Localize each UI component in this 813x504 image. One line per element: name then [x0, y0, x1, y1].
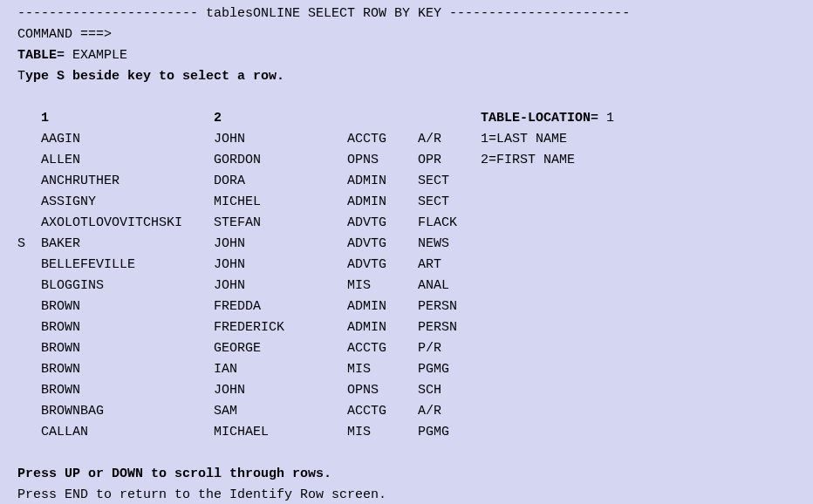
table-row[interactable]: CALLANMICHAELMISPGMG	[17, 422, 796, 443]
cell-role: FLACK	[418, 213, 481, 234]
cell-dept: OPNS	[347, 150, 418, 171]
cell-last-name: ANCHRUTHER	[41, 171, 214, 192]
row-select-input[interactable]	[17, 129, 41, 150]
row-select-input[interactable]	[17, 276, 41, 296]
table-value: EXAMPLE	[65, 48, 127, 63]
cell-first-name: JOHN	[214, 129, 347, 150]
cell-first-name: JOHN	[214, 234, 347, 255]
row-select-input[interactable]	[17, 422, 41, 443]
cell-first-name: JOHN	[214, 255, 347, 276]
cell-role: ANAL	[418, 276, 481, 296]
column-header-row: 1 2 TABLE-LOCATION= 1	[17, 108, 796, 129]
screen-title: ----------------------- tablesONLINE SEL…	[17, 3, 796, 24]
table-row[interactable]: ANCHRUTHERDORAADMINSECT	[17, 171, 796, 192]
legend-text	[481, 192, 796, 213]
cell-dept: ADVTG	[347, 234, 418, 255]
cell-role: P/R	[418, 338, 481, 359]
cell-first-name: STEFAN	[214, 213, 347, 234]
table-row[interactable]: BROWNIANMISPGMG	[17, 359, 796, 380]
cell-last-name: ASSIGNY	[41, 192, 214, 213]
table-location-label: TABLE-LOCATION=	[481, 111, 598, 126]
table-location-value: 1	[598, 111, 614, 126]
cell-role: PGMG	[418, 422, 481, 443]
cell-role: OPR	[418, 150, 481, 171]
legend-text	[481, 171, 796, 192]
cell-first-name: SAM	[214, 401, 347, 422]
cell-first-name: IAN	[214, 359, 347, 380]
cell-last-name: BROWN	[41, 296, 214, 317]
row-select-input[interactable]	[17, 317, 41, 338]
table-row[interactable]: AXOLOTLOVOVITCHSKISTEFANADVTGFLACK	[17, 213, 796, 234]
table-row[interactable]: BELLEFEVILLEJOHNADVTGART	[17, 255, 796, 276]
table-row[interactable]: BROWNFREDERICKADMINPERSN	[17, 317, 796, 338]
legend-text	[481, 234, 796, 255]
table-row[interactable]: BLOGGINSJOHNMISANAL	[17, 276, 796, 296]
cell-dept: OPNS	[347, 380, 418, 401]
cell-last-name: BROWNBAG	[41, 401, 214, 422]
row-select-input[interactable]	[17, 359, 41, 380]
cell-role: ART	[418, 255, 481, 276]
table-row[interactable]: BROWNFREDDAADMINPERSN	[17, 296, 796, 317]
legend-text	[481, 401, 796, 422]
cell-last-name: BROWN	[41, 359, 214, 380]
table-line: TABLE= EXAMPLE	[17, 45, 796, 66]
table-row[interactable]: BROWNGEORGEACCTGP/R	[17, 338, 796, 359]
cell-last-name: AAGIN	[41, 129, 214, 150]
cell-last-name: BROWN	[41, 317, 214, 338]
cell-first-name: GORDON	[214, 150, 347, 171]
cell-dept: ADMIN	[347, 317, 418, 338]
row-select-input[interactable]	[17, 296, 41, 317]
row-select-input[interactable]	[17, 338, 41, 359]
cell-dept: ADVTG	[347, 255, 418, 276]
cell-last-name: BAKER	[41, 234, 214, 255]
table-row[interactable]: S BAKERJOHNADVTGNEWS	[17, 234, 796, 255]
row-select-input[interactable]	[17, 150, 41, 171]
cell-dept: ADMIN	[347, 192, 418, 213]
cell-dept: MIS	[347, 359, 418, 380]
cell-role: NEWS	[418, 234, 481, 255]
footer-end-hint: Press END to return to the Identify Row …	[17, 485, 796, 504]
cell-role: A/R	[418, 129, 481, 150]
cell-first-name: FREDERICK	[214, 317, 347, 338]
command-line[interactable]: COMMAND ===>	[17, 24, 796, 45]
cell-last-name: BROWN	[41, 338, 214, 359]
cell-last-name: BROWN	[41, 380, 214, 401]
row-select-input[interactable]: S	[17, 234, 41, 255]
cell-first-name: DORA	[214, 171, 347, 192]
cell-last-name: BELLEFEVILLE	[41, 255, 214, 276]
cell-dept: MIS	[347, 276, 418, 296]
legend-text: 1=LAST NAME	[481, 129, 796, 150]
cell-first-name: JOHN	[214, 276, 347, 296]
cell-role: SECT	[418, 192, 481, 213]
cell-role: PERSN	[418, 317, 481, 338]
row-select-input[interactable]	[17, 192, 41, 213]
row-select-input[interactable]	[17, 213, 41, 234]
blank-line	[17, 87, 796, 108]
cell-role: SECT	[418, 171, 481, 192]
cell-first-name: GEORGE	[214, 338, 347, 359]
cell-dept: ADMIN	[347, 171, 418, 192]
row-select-input[interactable]	[17, 171, 41, 192]
table-row[interactable]: BROWNJOHNOPNSSCH	[17, 380, 796, 401]
cell-role: SCH	[418, 380, 481, 401]
row-select-input[interactable]	[17, 255, 41, 276]
cell-role: PGMG	[418, 359, 481, 380]
footer-scroll-hint: Press UP or DOWN to scroll through rows.	[17, 464, 796, 485]
cell-first-name: FREDDA	[214, 296, 347, 317]
cell-dept: ACCTG	[347, 401, 418, 422]
col-header-1: 1	[41, 108, 214, 129]
row-select-input[interactable]	[17, 380, 41, 401]
cell-last-name: AXOLOTLOVOVITCHSKI	[41, 213, 214, 234]
col-header-2: 2	[214, 108, 347, 129]
table-row[interactable]: AAGINJOHNACCTGA/R1=LAST NAME	[17, 129, 796, 150]
table-row[interactable]: BROWNBAGSAMACCTGA/R	[17, 401, 796, 422]
table-row[interactable]: ASSIGNYMICHELADMINSECT	[17, 192, 796, 213]
cell-last-name: BLOGGINS	[41, 276, 214, 296]
legend-text	[481, 359, 796, 380]
cell-role: PERSN	[418, 296, 481, 317]
cell-dept: ADVTG	[347, 213, 418, 234]
legend-text	[481, 317, 796, 338]
cell-last-name: ALLEN	[41, 150, 214, 171]
table-row[interactable]: ALLENGORDONOPNSOPR2=FIRST NAME	[17, 150, 796, 171]
row-select-input[interactable]	[17, 401, 41, 422]
